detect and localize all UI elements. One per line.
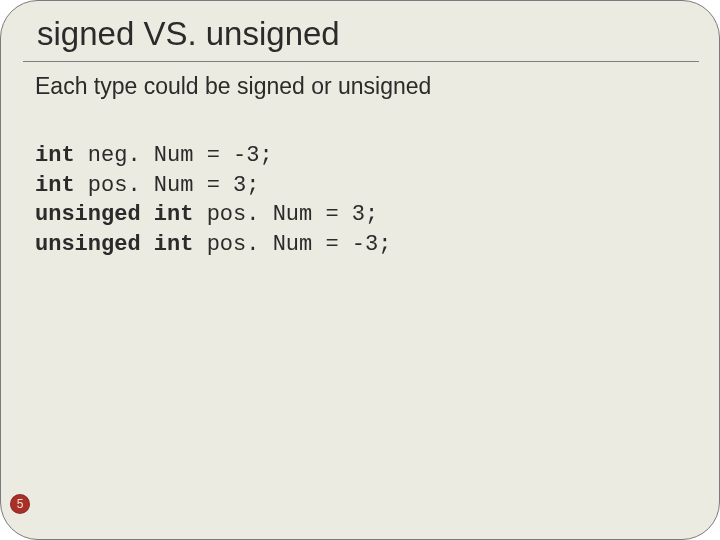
- code-keyword: int: [35, 143, 75, 168]
- code-block: int neg. Num = -3; int pos. Num = 3; uns…: [35, 141, 391, 260]
- code-keyword: int: [141, 202, 194, 227]
- title-divider: [23, 61, 699, 62]
- page-number-badge: 5: [10, 494, 30, 514]
- code-keyword: int: [35, 173, 75, 198]
- code-line: unsinged int pos. Num = -3;: [35, 230, 391, 260]
- code-keyword: unsinged: [35, 232, 141, 257]
- code-text: pos. Num = 3;: [193, 202, 378, 227]
- code-line: unsinged int pos. Num = 3;: [35, 200, 391, 230]
- slide-subtitle: Each type could be signed or unsigned: [35, 73, 431, 100]
- code-line: int neg. Num = -3;: [35, 141, 391, 171]
- slide-frame: signed VS. unsigned Each type could be s…: [0, 0, 720, 540]
- code-text: pos. Num = -3;: [193, 232, 391, 257]
- code-text: neg. Num = -3;: [75, 143, 273, 168]
- code-keyword: unsinged: [35, 202, 141, 227]
- code-line: int pos. Num = 3;: [35, 171, 391, 201]
- slide-title: signed VS. unsigned: [37, 15, 340, 53]
- code-text: pos. Num = 3;: [75, 173, 260, 198]
- code-keyword: int: [141, 232, 194, 257]
